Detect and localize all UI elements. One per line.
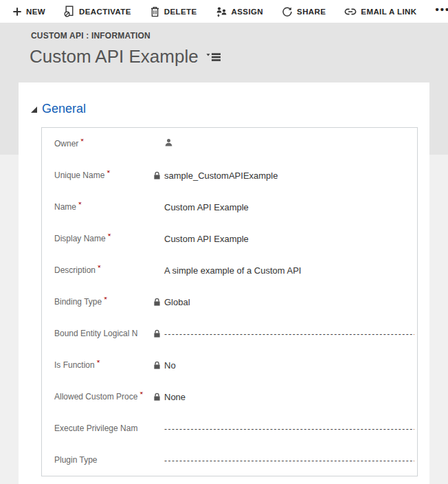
share-button[interactable]: SHARE [282,6,326,17]
field-value[interactable]: sample_CustomAPIExample [163,170,414,181]
assign-button[interactable]: ASSIGN [216,6,264,17]
record-type-label: CUSTOM API : INFORMATION [31,31,150,41]
required-marker: * [104,297,107,305]
field-row: Bound Entity Logical N -----------------… [42,318,417,349]
delete-button-label: DELETE [164,8,197,16]
section-general-header[interactable]: General [31,102,86,116]
field-label: Name [54,202,76,212]
required-marker: * [98,265,101,273]
assign-icon [216,6,227,17]
required-marker: * [80,139,84,146]
field-row: Description * A simple example of a Cust… [42,254,417,286]
new-button[interactable]: NEW [12,7,45,16]
field-row: Plugin Type ----------------------------… [42,444,417,476]
field-label: Binding Type [54,297,102,307]
section-title: General [42,102,86,116]
delete-icon [150,6,160,17]
assign-button-label: ASSIGN [232,8,264,16]
field-value[interactable]: Custom API Example [163,202,414,212]
deactivate-icon [64,6,75,17]
new-button-label: NEW [26,8,45,16]
command-bar: NEW DEACTIVATE DELETE [0,0,448,23]
page-title: Custom API Example [30,46,199,67]
field-label: Plugin Type [54,455,98,465]
field-label: Is Function [54,360,95,370]
email-link-icon [344,8,357,16]
lock-icon [153,329,161,338]
field-value[interactable]: A simple example of a Custom API [163,265,414,276]
field-label: Description [54,265,96,275]
field-value[interactable]: Custom API Example [163,234,414,244]
required-marker: * [78,202,82,210]
field-label: Display Name [54,234,106,243]
deactivate-button-label: DEACTIVATE [79,8,131,16]
field-value[interactable]: ----------------------------------------… [163,424,414,434]
required-marker: * [97,360,100,368]
required-marker: * [108,234,111,241]
share-icon [282,6,293,17]
field-row: Execute Privilege Nam ------------------… [42,412,417,444]
plus-icon [12,7,22,16]
required-marker: * [107,170,110,178]
field-row: Display Name * Custom API Example [42,223,417,254]
lock-icon [153,298,161,307]
more-commands-button[interactable]: ••• [435,6,448,17]
field-label: Allowed Custom Proce [54,392,137,402]
field-row: Binding Type * Global [42,286,417,318]
lock-icon [153,393,161,402]
field-value[interactable]: ----------------------------------------… [163,329,414,339]
field-value[interactable] [163,138,414,149]
field-label: Execute Privilege Nam [54,424,137,433]
collapse-triangle-icon [31,107,37,113]
field-row: Allowed Custom Proce * None [42,381,417,412]
form-selector-icon[interactable] [206,52,221,65]
owner-person-icon [164,138,414,149]
email-link-button-label: EMAIL A LINK [361,8,416,16]
email-link-button[interactable]: EMAIL A LINK [344,8,416,16]
form-body: General Owner * Uni [19,82,429,484]
delete-button[interactable]: DELETE [150,6,197,17]
share-button-label: SHARE [297,8,326,16]
field-label: Owner [54,139,78,148]
field-value[interactable]: ----------------------------------------… [163,455,414,465]
field-label: Bound Entity Logical N [54,329,137,338]
field-label: Unique Name [54,170,104,180]
field-value[interactable]: Global [163,297,414,307]
field-value[interactable]: None [163,392,414,402]
ellipsis-icon: ••• [435,6,448,17]
field-value[interactable]: No [163,360,414,371]
field-row: Owner * [42,128,417,160]
lock-icon [153,361,161,370]
required-marker: * [139,392,143,399]
field-row: Name * Custom API Example [42,191,417,223]
general-fieldset: Owner * Unique Name * [41,127,418,476]
field-row: Is Function * No [42,349,417,381]
deactivate-button[interactable]: DEACTIVATE [64,6,131,17]
field-row: Unique Name * sample_CustomAPIExample [42,160,417,191]
crm-record-screen: NEW DEACTIVATE DELETE [0,0,448,484]
lock-icon [153,171,161,180]
